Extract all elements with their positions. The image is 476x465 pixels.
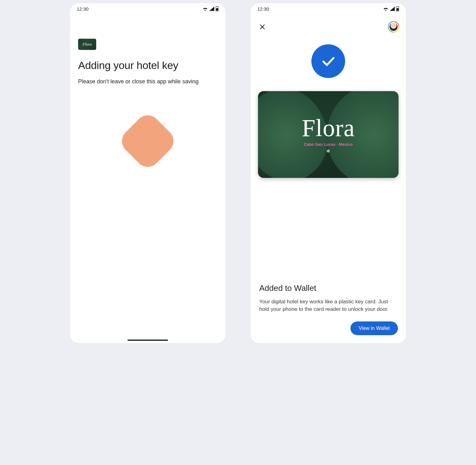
home-indicator[interactable] [127, 340, 168, 341]
svg-rect-1 [397, 8, 399, 11]
hotel-brand-mini-label: Flora [82, 42, 92, 47]
hotel-brand-name: Flora [302, 116, 355, 140]
hotel-location: Cabo San Lucas · Mexico [304, 142, 353, 147]
status-time: 12:30 [77, 6, 89, 12]
battery-icon [216, 6, 219, 11]
avatar-image [389, 23, 398, 31]
sparkle-icon: ✻ [326, 149, 330, 154]
wifi-icon [383, 7, 389, 11]
loading-indicator-icon [117, 110, 179, 172]
status-bar: 12:30 [70, 3, 226, 14]
hotel-key-card[interactable]: Flora Cabo San Lucas · Mexico ✻ [258, 91, 399, 178]
close-icon [259, 23, 266, 30]
added-description: Your digital hotel key works like a plas… [259, 298, 397, 313]
status-icons [202, 6, 219, 11]
status-time: 12:30 [257, 6, 269, 12]
wifi-icon [202, 7, 208, 11]
cellular-icon [209, 7, 214, 11]
status-bar: 12:30 [250, 3, 406, 14]
page-title: Adding your hotel key [78, 59, 217, 71]
profile-avatar[interactable] [388, 21, 399, 32]
status-icons [383, 6, 399, 11]
added-title: Added to Wallet [259, 283, 397, 293]
cellular-icon [390, 7, 395, 11]
page-subtitle: Please don't leave or close this app whi… [78, 78, 217, 85]
view-in-wallet-button[interactable]: View in Wallet [350, 321, 398, 335]
hotel-brand-card-small: Flora [78, 39, 96, 50]
success-check-icon [311, 44, 345, 78]
phone-screen-adding: 12:30 Flora Adding your hotel key Please… [70, 3, 226, 343]
phone-screen-added: 12:30 Flora Cabo San Lucas · Mexico ✻ Ad… [250, 3, 406, 343]
battery-icon [396, 6, 399, 11]
svg-rect-0 [216, 8, 218, 11]
close-button[interactable] [257, 22, 267, 32]
